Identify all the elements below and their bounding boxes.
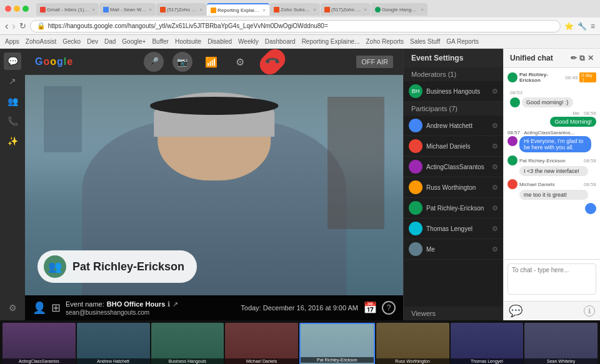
info-icon[interactable]: ℹ — [168, 300, 170, 308]
chat-messages: Pat Richley-Erickson 08:49 0 day :) 08:5… — [504, 68, 600, 259]
sidebar-icon-people[interactable]: 👥 — [4, 92, 21, 110]
mute-mic-button[interactable]: 🎤 — [144, 52, 164, 72]
chat-emoji-icon[interactable]: 💬 — [509, 304, 522, 318]
hangout-header: Google 🎤 📷 📶 ⚙ 📞 OFF AIR — [25, 49, 403, 75]
address-bar[interactable]: 🔒 https://hangouts.google.com/hangouts/_… — [30, 20, 561, 32]
bookmark-apps[interactable]: Apps — [5, 38, 19, 45]
sidebar-icon-settings[interactable]: ⚙ — [4, 299, 21, 317]
participant-list: Andrew Hatchett ⚙ Michael Daniels ⚙ Acti… — [404, 116, 503, 307]
participant-andrew: Andrew Hatchett ⚙ — [404, 116, 503, 136]
gear-icon-7[interactable]: ⚙ — [492, 245, 498, 253]
viewers-section-header: Viewers — [404, 307, 503, 320]
tab-reporting[interactable]: Reporting Explaine... × — [207, 3, 269, 16]
sidebar-icon-phone[interactable]: 📞 — [4, 112, 21, 130]
bookmark-salesstuff[interactable]: Sales Stuff — [410, 38, 440, 45]
chat-input-area — [504, 259, 600, 301]
bookmark-hootsuite[interactable]: Hootsuite — [175, 38, 201, 45]
gear-icon-4[interactable]: ⚙ — [492, 184, 498, 192]
participant-russ: Russ Worthington ⚙ — [404, 177, 503, 198]
mute-cam-button[interactable]: 📷 — [172, 52, 192, 72]
bookmark-dev[interactable]: Dev — [87, 38, 98, 45]
chat-header: Unified chat ✏ ⧉ ✕ — [504, 49, 600, 68]
event-bar-layout-icon[interactable]: ⊞ — [51, 301, 61, 315]
bookmark-weekly[interactable]: Weekly — [238, 38, 259, 45]
title-bar: Gmail - Inbox (1) - sean@b... × Mail - S… — [0, 0, 600, 17]
back-button[interactable]: ‹ — [5, 21, 8, 32]
bookmark-gareports[interactable]: GA Reports — [446, 38, 479, 45]
thumb-thomas[interactable]: Thomas Lengyel — [451, 323, 524, 365]
chat-msg-pat-2: 08:53 Good morning! :) — [510, 86, 596, 107]
sidebar-icon-effects[interactable]: ✨ — [4, 132, 21, 150]
thumb-business[interactable]: Business Hangouts — [151, 323, 224, 365]
tab-mail[interactable]: Mail - Sean Whitele... × — [99, 3, 156, 16]
event-label: Event name: — [66, 300, 104, 308]
calendar-icon[interactable]: 📅 — [363, 301, 377, 315]
event-bar-person-icon[interactable]: 👤 — [32, 301, 46, 315]
bookmark-zohoassist[interactable]: ZohoAssist — [26, 38, 56, 45]
chat-input[interactable] — [508, 263, 596, 295]
settings-button[interactable]: ⚙ — [230, 52, 250, 72]
minimize-button[interactable] — [14, 6, 20, 12]
participant-me: Me ⚙ — [404, 239, 503, 260]
bookmark-buffer[interactable]: Buffer — [152, 38, 169, 45]
tab-zoho2[interactable]: (517)Zoho CRM × — [321, 3, 371, 16]
chat-info-icon[interactable]: ℹ — [584, 305, 595, 317]
gear-icon-6[interactable]: ⚙ — [492, 225, 498, 233]
chat-msg-pat-3: Pat Richley-Erickson 08:58 I <3 the new … — [508, 155, 596, 176]
off-air-badge: OFF AIR — [356, 56, 393, 68]
chat-expand-icon[interactable]: ✕ — [588, 54, 594, 62]
chat-panel: Unified chat ✏ ⧉ ✕ Pat Richley-Erickson … — [503, 49, 600, 320]
nav-bar: ‹ › ↻ 🔒 https://hangouts.google.com/hang… — [0, 17, 600, 35]
event-name: BHO Office Hours — [107, 300, 166, 308]
bookmark-reporting[interactable]: Reporting Explaine... — [302, 38, 360, 45]
thumb-pat[interactable]: Pat Richley-Erickson — [299, 323, 375, 365]
chat-msg-pat-1: Pat Richley-Erickson 08:49 0 day :) — [508, 72, 596, 83]
thumb-andrew[interactable]: Andrew Hatchett — [77, 323, 150, 365]
tab-hangouts[interactable]: Google Hangouts × — [371, 3, 428, 16]
thumb-michael[interactable]: Michael Daniels — [225, 323, 298, 365]
bookmark-gecko[interactable]: Gecko — [62, 38, 81, 45]
moderator-gear-icon[interactable]: ⚙ — [492, 87, 498, 96]
thumb-russ[interactable]: Russ Worthington — [376, 323, 449, 365]
forward-button[interactable]: › — [12, 21, 15, 32]
moderators-section-header: Moderators (1) — [404, 67, 503, 81]
thumbnails-bar: ActingClassSarantos Andrew Hatchett Busi… — [0, 320, 600, 364]
bookmark-dashboard[interactable]: Dashboard — [265, 38, 296, 45]
moderator-name: Business Hangouts — [426, 88, 488, 95]
presenter-name: Pat Richley-Erickson — [72, 260, 184, 273]
edit-icon[interactable]: ↗ — [172, 300, 178, 308]
bookmark-zohoreports[interactable]: Zoho Reports — [366, 38, 404, 45]
left-sidebar: 💬 ↗ 👥 📞 ✨ ⚙ — [0, 49, 25, 320]
video-area: Google 🎤 📷 📶 ⚙ 📞 OFF AIR — [25, 49, 403, 320]
refresh-button[interactable]: ↻ — [19, 21, 26, 31]
google-logo: Google — [35, 56, 73, 67]
tab-gmail[interactable]: Gmail - Inbox (1) - sean@b... × — [36, 3, 99, 16]
thumb-acting[interactable]: ActingClassSarantos — [2, 323, 76, 365]
chat-edit-icon[interactable]: ✏ — [571, 54, 577, 62]
bookmark-googleplus[interactable]: Google+ — [122, 38, 146, 45]
bookmark-disabled[interactable]: Disabled — [208, 38, 232, 45]
sidebar-icon-chat[interactable]: 💬 — [4, 52, 21, 70]
thumb-sean[interactable]: Sean Whiteley — [524, 323, 598, 365]
chat-msg-michael: Michael Daniels 08:58 me too it is great… — [508, 179, 596, 200]
signal-button[interactable]: 📶 — [201, 52, 221, 72]
gear-icon-5[interactable]: ⚙ — [492, 204, 498, 212]
sidebar-icon-share[interactable]: ↗ — [4, 72, 21, 90]
browser-tabs: Gmail - Inbox (1) - sean@b... × Mail - S… — [36, 2, 595, 16]
tab-subscriptions[interactable]: Zoho Subscriptions × — [270, 3, 320, 16]
bookmark-dad[interactable]: Dad — [104, 38, 116, 45]
event-settings-header: Event Settings — [404, 49, 503, 67]
chat-copy-icon[interactable]: ⧉ — [579, 54, 585, 62]
close-button[interactable] — [5, 6, 11, 12]
gear-icon-2[interactable]: ⚙ — [492, 142, 498, 150]
help-icon[interactable]: ? — [382, 301, 396, 315]
chat-msg-acting: 08:57 ActingClassSarantos... Hi Everyone… — [508, 130, 596, 152]
gear-icon-1[interactable]: ⚙ — [492, 122, 498, 130]
maximize-button[interactable] — [22, 6, 29, 12]
participant-michael: Michael Daniels ⚙ — [404, 136, 503, 157]
chat-header-icons: ✏ ⧉ ✕ — [571, 54, 594, 62]
event-date: Today: December 16, 2016 at 9:00 AM — [241, 304, 358, 312]
gear-icon-3[interactable]: ⚙ — [492, 163, 498, 171]
end-call-button[interactable]: 📞 — [256, 45, 289, 79]
tab-zoho1[interactable]: (517)Zoho CRM × — [156, 3, 206, 16]
